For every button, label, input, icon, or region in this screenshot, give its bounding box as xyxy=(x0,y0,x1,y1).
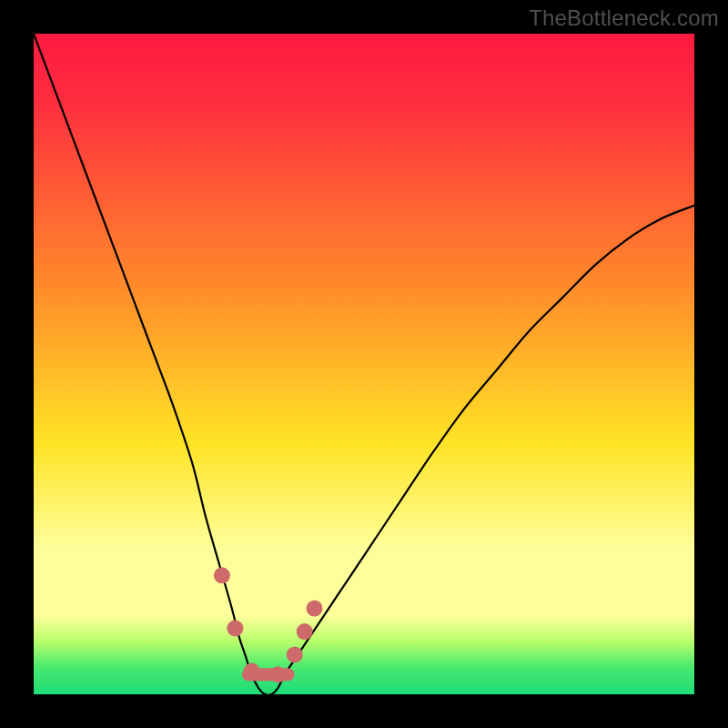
data-marker xyxy=(297,623,313,640)
data-markers xyxy=(214,567,323,682)
data-marker xyxy=(227,620,243,636)
chart-svg xyxy=(34,34,694,694)
data-marker xyxy=(270,666,287,682)
watermark-text: TheBottleneck.com xyxy=(529,5,719,31)
data-marker xyxy=(214,567,230,583)
data-marker xyxy=(307,601,323,617)
bottleneck-curve xyxy=(34,34,694,695)
chart-frame: TheBottleneck.com xyxy=(0,0,728,728)
chart-plot-area xyxy=(34,34,694,694)
data-marker xyxy=(287,646,303,662)
data-marker xyxy=(244,663,260,680)
